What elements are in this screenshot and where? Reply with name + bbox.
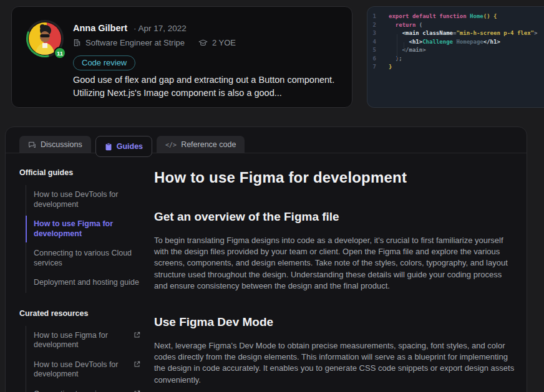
code-line: 4 <h1>Challenge Homepage</h1> (367, 38, 544, 47)
sidebar-item-label: How to use DevTools for development (34, 360, 122, 380)
building-icon (73, 39, 81, 47)
app-root: 11 Anna Gilbert · Apr 17, 2022 Software … (0, 0, 544, 392)
line-number: 6 (367, 55, 376, 64)
article-title: How to use Figma for development (154, 169, 517, 186)
level-badge: 11 (54, 47, 66, 59)
sidebar-item-how-to-use-figma-for-development[interactable]: How to use Figma for development (26, 214, 140, 244)
code-lines: 1export default function Home() {2 retur… (367, 12, 544, 72)
line-number: 7 (367, 63, 376, 72)
sidebar-item-label: Connecting to various Cloud services (34, 249, 132, 267)
sidebar-item-how-to-use-devtools-for-development[interactable]: How to use DevTools for development (26, 185, 140, 214)
sidebar-item-deployment-and-hosting-guide[interactable]: Deployment and hosting guide (26, 273, 140, 293)
sidebar-item-label: Deployment and hosting guide (34, 278, 139, 287)
code-review-tag[interactable]: Code review (73, 55, 135, 70)
sidebar-item-label: Connecting to various Cloud services (34, 390, 122, 392)
tab-label: Discussions (41, 140, 82, 149)
article-section-use-figma-dev-mode: Use Figma Dev ModeNext, leverage Figma's… (154, 315, 517, 386)
panel-body: Official guides How to use DevTools for … (6, 153, 527, 392)
line-number: 4 (367, 38, 376, 47)
section-body: Next, leverage Figma's Dev Mode to obtai… (154, 340, 517, 386)
code-editor-panel: 1export default function Home() {2 retur… (367, 6, 544, 108)
code-line: 2 return ( (367, 21, 544, 30)
sidebar-item-connecting-to-various-cloud-services[interactable]: Connecting to various Cloud services (26, 244, 140, 273)
tab-guides[interactable]: Guides (95, 136, 152, 157)
code-line: 6 ); (367, 55, 544, 64)
line-number: 2 (367, 21, 376, 30)
section-heading: Use Figma Dev Mode (154, 315, 517, 329)
line-number: 1 (367, 12, 376, 21)
official-guides-heading: Official guides (19, 168, 140, 177)
code-icon: </> (165, 141, 177, 148)
tab-reference-code[interactable]: </>Reference code (157, 136, 245, 153)
code-line: 5 </main> (367, 46, 544, 55)
sidebar-item-label: How to use Figma for development (34, 331, 122, 350)
post-date: · Apr 17, 2022 (134, 24, 187, 33)
article-section-get-an-overview-of-the-figma-file: Get an overview of the Figma fileTo begi… (154, 210, 517, 292)
article: How to use Figma for development Get an … (140, 168, 517, 392)
external-link-icon (134, 390, 140, 392)
avatar[interactable]: 11 (26, 19, 64, 58)
guides-icon (105, 143, 112, 151)
section-heading: Get an overview of the Figma file (154, 210, 517, 224)
line-number: 3 (367, 29, 376, 38)
section-body: To begin translating Figma designs into … (154, 235, 517, 292)
article-sections: Get an overview of the Figma fileTo begi… (154, 210, 517, 386)
code-line: 3 <main className="min-h-screen p-4 flex… (367, 29, 544, 38)
tab-label: Reference code (181, 140, 236, 149)
tab-label: Guides (117, 142, 143, 151)
indent-guide (404, 42, 404, 51)
external-link-icon (134, 361, 140, 371)
sidebar-item-how-to-use-devtools-for-development[interactable]: How to use DevTools for development (26, 355, 140, 385)
sidebar-item-label: How to use DevTools for development (34, 190, 118, 209)
tab-bar: DiscussionsGuides</>Reference code (6, 127, 527, 153)
curated-resources-list: How to use Figma for developmentHow to u… (26, 326, 140, 392)
indent-guide (397, 34, 397, 60)
line-number: 5 (367, 46, 376, 55)
curated-resources-heading: Curated resources (19, 309, 140, 318)
sidebar-item-how-to-use-figma-for-development[interactable]: How to use Figma for development (26, 326, 140, 355)
official-guides-list: How to use DevTools for developmentHow t… (26, 185, 140, 293)
author-name[interactable]: Anna Gilbert (73, 23, 127, 33)
guides-panel: DiscussionsGuides</>Reference code Offic… (5, 127, 527, 392)
review-comment: Good use of flex and gap and extracting … (73, 74, 351, 100)
external-link-icon (134, 332, 140, 342)
guides-sidebar: Official guides How to use DevTools for … (19, 168, 140, 392)
author-role: Software Engineer at Stripe (85, 38, 185, 47)
tab-bar-divider (6, 153, 527, 153)
review-card: 11 Anna Gilbert · Apr 17, 2022 Software … (11, 6, 352, 108)
code-line: 1export default function Home() { (367, 12, 544, 21)
sidebar-item-connecting-to-various-cloud-services[interactable]: Connecting to various Cloud services (26, 385, 140, 392)
graduation-cap-icon (198, 39, 208, 47)
sidebar-item-label: How to use Figma for development (34, 219, 113, 238)
discussions-icon (28, 141, 36, 149)
review-info: Anna Gilbert · Apr 17, 2022 Software Eng… (73, 23, 236, 70)
tab-discussions[interactable]: Discussions (19, 136, 91, 153)
experience-label: 2 YOE (212, 38, 236, 47)
code-line: 7} (367, 63, 544, 72)
